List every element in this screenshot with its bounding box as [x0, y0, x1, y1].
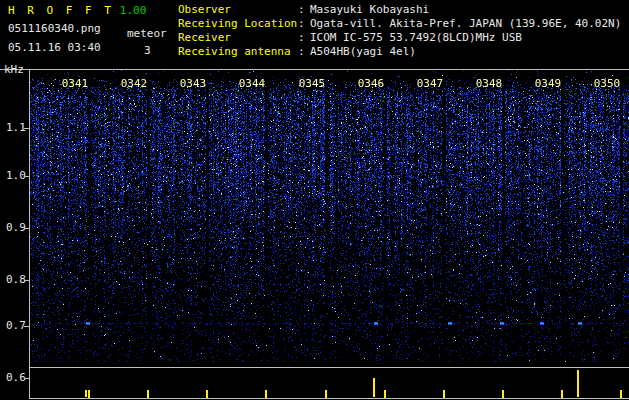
output-filename: 0511160340.png [8, 22, 101, 35]
meteor-echo-spike [85, 390, 87, 397]
info-label: Receiving Location [178, 17, 298, 31]
info-label: Receiver [178, 31, 298, 45]
minute-tick [561, 390, 563, 398]
mode-label: meteor [127, 27, 167, 40]
info-row-location: Receiving Location : Ogata-vill. Akita-P… [178, 17, 626, 31]
level-graph-inner-line [29, 367, 629, 368]
minute-tick [620, 390, 622, 398]
app-title: H R O F F T1.00 [8, 4, 146, 17]
minute-tick [147, 390, 149, 398]
time-label: 0344 [239, 77, 266, 90]
freq-tick-mark [24, 280, 29, 281]
info-separator: : [298, 45, 310, 59]
minute-tick [502, 390, 504, 398]
info-separator: : [298, 3, 310, 17]
minute-tick [88, 390, 90, 398]
info-row-observer: Observer : Masayuki Kobayashi [178, 3, 626, 17]
time-label: 0341 [62, 77, 89, 90]
freq-tick-mark [24, 228, 29, 229]
observation-datetime: 05.11.16 03:40 [8, 41, 101, 54]
freq-tick-mark [24, 176, 29, 177]
freq-tick-mark [24, 378, 29, 379]
freq-tick-mark [24, 326, 29, 327]
time-label: 0346 [358, 77, 385, 90]
freq-tick-mark [24, 128, 29, 129]
time-label: 0345 [299, 77, 326, 90]
info-value: ICOM IC-575 53.7492(8LCD)MHz USB [310, 31, 522, 45]
info-separator: : [298, 31, 310, 45]
info-value: Ogata-vill. Akita-Pref. JAPAN (139.96E, … [310, 17, 621, 31]
info-row-antenna: Receiving antenna : A504HB(yagi 4el) [178, 45, 626, 59]
info-value: A504HB(yagi 4el) [310, 45, 416, 59]
minute-tick [206, 390, 208, 398]
meteor-count: 3 [144, 44, 151, 57]
minute-tick [443, 390, 445, 398]
station-info-block: Observer : Masayuki Kobayashi Receiving … [178, 3, 626, 59]
minute-tick [325, 390, 327, 398]
time-label: 0348 [476, 77, 503, 90]
info-separator: : [298, 17, 310, 31]
minute-tick [384, 390, 386, 398]
plot-bottom-border [29, 398, 629, 399]
meteor-echo-spike [577, 370, 579, 397]
meteor-echo-spike [373, 378, 375, 397]
time-label: 0349 [535, 77, 562, 90]
info-row-receiver: Receiver : ICOM IC-575 53.7492(8LCD)MHz … [178, 31, 626, 45]
app-name: H R O F F T [8, 4, 114, 17]
time-label: 0342 [121, 77, 148, 90]
spectrogram-canvas [30, 70, 629, 362]
time-label: 0347 [417, 77, 444, 90]
time-label: 0343 [180, 77, 207, 90]
info-label: Observer [178, 3, 298, 17]
time-label: 0350 [594, 77, 621, 90]
freq-axis-unit-label: kHz [4, 63, 24, 76]
minute-tick [265, 390, 267, 398]
info-label: Receiving antenna [178, 45, 298, 59]
app-version: 1.00 [120, 4, 147, 17]
info-value: Masayuki Kobayashi [310, 3, 429, 17]
hrofft-window: H R O F F T1.00 0511160340.png meteor 05… [0, 0, 629, 400]
